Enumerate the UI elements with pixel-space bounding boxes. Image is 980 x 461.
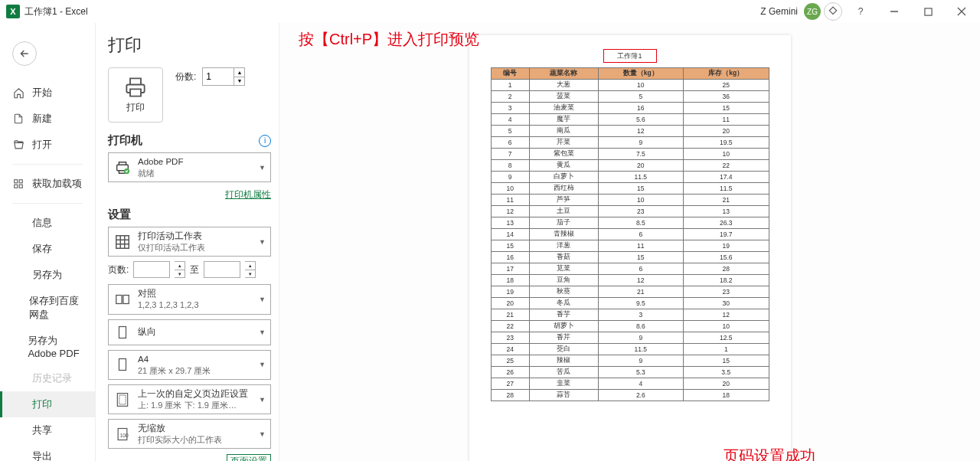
print-what-sub: 仅打印活动工作表	[138, 242, 253, 253]
nav-save-baidu[interactable]: 保存到百度网盘	[0, 288, 95, 328]
title-bar: X 工作簿1 - Excel Z Gemini ZG ?	[0, 0, 980, 23]
orientation-label: 纵向	[138, 326, 253, 338]
help-icon[interactable]: ?	[845, 1, 876, 22]
table-row: 9白萝卜11.517.4	[491, 172, 769, 183]
home-icon	[12, 87, 24, 99]
nav-home-label: 开始	[32, 86, 52, 100]
pages-from-input[interactable]	[133, 261, 170, 278]
nav-save[interactable]: 保存	[0, 236, 95, 262]
pages-to-down[interactable]: ▼	[245, 270, 255, 278]
table-row: 12土豆2313	[491, 206, 769, 217]
nav-save-baidu-label: 保存到百度网盘	[29, 294, 83, 322]
svg-rect-6	[15, 185, 18, 188]
print-what-dropdown[interactable]: 打印活动工作表仅打印活动工作表 ▼	[108, 227, 271, 257]
copies-up[interactable]: ▲	[234, 68, 244, 77]
chevron-down-icon: ▼	[259, 396, 266, 404]
nav-save-adobe[interactable]: 另存为 Adobe PDF	[0, 328, 95, 365]
nav-history-label: 历史记录	[32, 371, 72, 385]
preview-table: 编号蔬菜名称数量（kg）库存（kg） 1大葱10252菠菜5363油麦菜1615…	[491, 67, 769, 401]
printer-name: Adobe PDF	[138, 156, 253, 168]
printer-dropdown[interactable]: Adobe PDF就绪 ▼	[108, 152, 271, 182]
user-name: Z Gemini	[760, 6, 798, 17]
collate-main: 对照	[138, 288, 253, 299]
scale-dropdown[interactable]: 100 无缩放打印实际大小的工作表 ▼	[108, 419, 271, 449]
nav-open-label: 打开	[32, 138, 52, 152]
table-row: 23香芹912.5	[491, 332, 769, 344]
user-avatar[interactable]: ZG	[804, 3, 821, 20]
table-row: 6芹菜919.5	[491, 137, 769, 149]
table-row: 11芦笋1021	[491, 195, 769, 206]
chevron-down-icon: ▼	[259, 296, 266, 303]
nav-history: 历史记录	[0, 365, 95, 391]
table-row: 5南瓜1220	[491, 126, 769, 137]
nav-saveas[interactable]: 另存为	[0, 262, 95, 288]
print-button[interactable]: 打印	[108, 67, 163, 123]
pages-to-input[interactable]	[204, 261, 240, 278]
pages-to-up[interactable]: ▲	[245, 262, 255, 270]
table-row: 22胡萝卜8.610	[491, 321, 769, 332]
back-button[interactable]	[12, 41, 37, 66]
pages-from-up[interactable]: ▲	[175, 262, 185, 270]
svg-rect-5	[19, 180, 22, 183]
table-row: 4魔芋5.611	[491, 114, 769, 126]
table-row: 13茄子8.526.3	[491, 217, 769, 229]
copies-input[interactable]	[203, 68, 234, 85]
margins-dropdown[interactable]: 上一次的自定义页边距设置上: 1.9 厘米 下: 1.9 厘米… ▼	[108, 384, 271, 414]
orientation-dropdown[interactable]: 纵向 ▼	[108, 319, 271, 345]
nav-addins[interactable]: 获取加载项	[0, 171, 95, 197]
collate-dropdown[interactable]: 对照1,2,3 1,2,3 1,2,3 ▼	[108, 284, 271, 314]
open-icon	[12, 139, 24, 151]
ribbon-display-icon[interactable]	[824, 2, 842, 21]
copies-spinner[interactable]: ▲▼	[202, 67, 245, 86]
svg-rect-15	[116, 296, 122, 304]
print-settings-panel: 打印 打印 份数: ▲▼ 打印机 i Adobe PDF就绪 ▼	[96, 23, 279, 461]
table-row: 3油麦菜1615	[491, 103, 769, 114]
svg-rect-20	[119, 395, 126, 404]
printer-properties-link[interactable]: 打印机属性	[225, 189, 271, 200]
table-header: 编号	[491, 68, 529, 80]
svg-rect-1	[924, 8, 931, 15]
paper-sub: 21 厘米 x 29.7 厘米	[138, 365, 253, 376]
svg-rect-7	[19, 185, 22, 188]
nav-open[interactable]: 打开	[0, 132, 95, 158]
settings-section-label: 设置	[108, 208, 131, 222]
paper-dropdown[interactable]: A421 厘米 x 29.7 厘米 ▼	[108, 350, 271, 380]
nav-share[interactable]: 共享	[0, 417, 95, 443]
page-setup-link[interactable]: 页面设置	[227, 454, 271, 461]
sheets-icon	[113, 233, 132, 251]
excel-app-icon: X	[6, 5, 20, 18]
nav-info-label: 信息	[32, 216, 52, 230]
svg-rect-16	[123, 296, 129, 304]
chevron-down-icon: ▼	[259, 430, 266, 438]
nav-new[interactable]: 新建	[0, 106, 95, 132]
maximize-button[interactable]	[913, 1, 943, 22]
print-preview-area: 工作簿1 编号蔬菜名称数量（kg）库存（kg） 1大葱10252菠菜5363油麦…	[279, 23, 980, 461]
chevron-down-icon: ▼	[259, 238, 266, 246]
nav-info[interactable]: 信息	[0, 210, 95, 236]
minimize-button[interactable]	[879, 1, 910, 22]
paper-icon	[113, 355, 132, 374]
scale-icon: 100	[113, 425, 132, 443]
pages-from-down[interactable]: ▼	[175, 270, 185, 278]
nav-export[interactable]: 导出	[0, 443, 95, 461]
table-row: 20冬瓜9.530	[491, 298, 769, 309]
table-header: 数量（kg）	[598, 68, 683, 80]
table-row: 7紫包菜7.510	[491, 149, 769, 160]
print-button-label: 打印	[126, 101, 145, 114]
copies-down[interactable]: ▼	[234, 77, 244, 86]
nav-save-label: 保存	[32, 242, 52, 256]
pages-to-label: 至	[190, 263, 199, 276]
svg-rect-4	[15, 180, 18, 183]
printer-icon	[125, 77, 146, 98]
svg-text:100: 100	[120, 433, 129, 438]
printer-info-icon[interactable]: i	[259, 135, 271, 147]
copies-label: 份数:	[175, 70, 196, 83]
nav-print[interactable]: 打印	[0, 391, 95, 417]
table-row: 19秋葵2123	[491, 286, 769, 298]
nav-home[interactable]: 开始	[0, 80, 95, 106]
print-what-main: 打印活动工作表	[138, 230, 253, 242]
table-row: 25辣椒915	[491, 355, 769, 367]
close-button[interactable]	[946, 1, 977, 22]
table-row: 14青辣椒619.7	[491, 229, 769, 240]
table-row: 18豆角1218.2	[491, 275, 769, 286]
